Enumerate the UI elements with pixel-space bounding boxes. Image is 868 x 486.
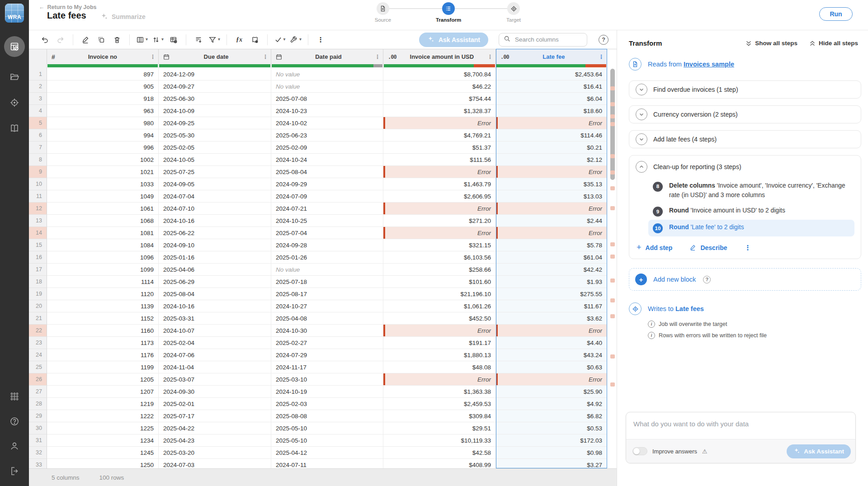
show-all-steps-button[interactable]: Show all steps: [745, 40, 797, 47]
date-paid-cell[interactable]: 2024-09-29: [271, 178, 383, 190]
delete-button[interactable]: [111, 34, 123, 46]
invoice-amount-cell[interactable]: $48.08: [383, 361, 496, 373]
invoice-no-cell[interactable]: 905: [47, 80, 159, 93]
due-date-cell[interactable]: 2025-04-23: [159, 434, 271, 447]
late-fee-cell[interactable]: Error: [496, 203, 607, 215]
due-date-cell[interactable]: 2024-09-30: [159, 386, 271, 398]
date-paid-cell[interactable]: 2024-10-25: [271, 215, 383, 227]
invoice-no-cell[interactable]: 1021: [47, 166, 159, 178]
late-fee-cell[interactable]: $13.03: [496, 190, 607, 203]
invoice-no-cell[interactable]: 1207: [47, 386, 159, 398]
invoice-no-cell[interactable]: 1002: [47, 154, 159, 166]
date-paid-cell[interactable]: 2024-10-23: [271, 105, 383, 117]
invoice-no-cell[interactable]: 996: [47, 142, 159, 154]
date-paid-cell[interactable]: 2025-05-10: [271, 434, 383, 447]
late-fee-cell[interactable]: Error: [496, 117, 607, 129]
invoice-amount-cell[interactable]: $754.44: [383, 93, 496, 105]
due-date-cell[interactable]: 2024-09-25: [159, 117, 271, 129]
column-header-date-paid[interactable]: Date paid⋮: [271, 49, 383, 69]
invoice-no-cell[interactable]: 1068: [47, 215, 159, 227]
hide-all-steps-button[interactable]: Hide all steps: [809, 40, 858, 47]
invoice-amount-cell[interactable]: Error: [383, 325, 496, 337]
due-date-cell[interactable]: 2025-05-30: [159, 129, 271, 142]
late-fee-cell[interactable]: $18.60: [496, 105, 607, 117]
invoice-amount-cell[interactable]: $1,328.37: [383, 105, 496, 117]
improve-answers-toggle[interactable]: [632, 447, 647, 455]
column-header-invoice-no[interactable]: #Invoice no⋮: [47, 49, 159, 69]
due-date-cell[interactable]: 2024-10-07: [159, 325, 271, 337]
date-paid-cell[interactable]: 2025-05-10: [271, 422, 383, 434]
due-date-cell[interactable]: 2025-02-04: [159, 337, 271, 349]
late-fee-cell[interactable]: Error: [496, 373, 607, 386]
invoice-amount-cell[interactable]: $191.17: [383, 337, 496, 349]
late-fee-cell[interactable]: $3.27: [496, 459, 607, 468]
search-columns-box[interactable]: [499, 33, 587, 47]
invoice-no-cell[interactable]: 1084: [47, 239, 159, 251]
invoice-amount-cell[interactable]: Error: [383, 373, 496, 386]
sidebar-item-apps[interactable]: [9, 391, 20, 402]
invoice-no-cell[interactable]: 918: [47, 93, 159, 105]
late-fee-cell[interactable]: $42.42: [496, 264, 607, 276]
late-fee-cell[interactable]: $114.46: [496, 129, 607, 142]
columns-menu-button[interactable]: ▾: [136, 34, 148, 46]
due-date-cell[interactable]: 2024-07-03: [159, 459, 271, 468]
search-columns-input[interactable]: [514, 36, 579, 43]
invoice-no-cell[interactable]: 1096: [47, 251, 159, 264]
invoice-no-cell[interactable]: 1081: [47, 227, 159, 239]
late-fee-cell[interactable]: $275.55: [496, 288, 607, 300]
date-paid-cell[interactable]: 2024-11-17: [271, 361, 383, 373]
date-paid-cell[interactable]: No value: [271, 80, 383, 93]
due-date-cell[interactable]: 2025-03-31: [159, 312, 271, 325]
late-fee-cell[interactable]: Error: [496, 227, 607, 239]
date-paid-cell[interactable]: 2024-07-11: [271, 459, 383, 468]
due-date-cell[interactable]: 2024-10-16: [159, 300, 271, 312]
summarize-button[interactable]: Summarize: [100, 12, 146, 21]
late-fee-cell[interactable]: Error: [496, 166, 607, 178]
copy-button[interactable]: [95, 34, 107, 46]
due-date-cell[interactable]: 2025-03-07: [159, 373, 271, 386]
invoice-no-cell[interactable]: 897: [47, 68, 159, 80]
invoice-amount-cell[interactable]: $42.58: [383, 447, 496, 459]
invoice-no-cell[interactable]: 980: [47, 117, 159, 129]
late-fee-cell[interactable]: $61.04: [496, 251, 607, 264]
invoice-no-cell[interactable]: 1205: [47, 373, 159, 386]
writes-to-target[interactable]: Late fees: [675, 305, 704, 312]
invoice-amount-cell[interactable]: Error: [383, 117, 496, 129]
date-paid-cell[interactable]: 2024-07-09: [271, 190, 383, 203]
invoice-amount-cell[interactable]: $6,103.56: [383, 251, 496, 264]
sidebar-item-logout[interactable]: [9, 465, 20, 477]
chat-ask-assistant-button[interactable]: Ask Assistant: [787, 444, 851, 458]
invoice-no-cell[interactable]: 994: [47, 129, 159, 142]
date-paid-cell[interactable]: 2025-08-04: [271, 166, 383, 178]
column-header-late-fee[interactable]: .00Late fee⋮: [496, 49, 607, 69]
transform-block-collapsed[interactable]: Add late fees (4 steps): [629, 130, 861, 148]
back-link[interactable]: ← Return to My Jobs: [39, 4, 97, 10]
reads-from-row[interactable]: Reads from Invoices sample: [629, 58, 861, 71]
date-paid-cell[interactable]: 2024-10-02: [271, 117, 383, 129]
due-date-cell[interactable]: 2025-06-22: [159, 227, 271, 239]
describe-button[interactable]: Describe: [689, 244, 727, 251]
date-paid-cell[interactable]: 2024-07-21: [271, 203, 383, 215]
sidebar-item-folder[interactable]: [9, 71, 20, 83]
undo-button[interactable]: [39, 34, 51, 46]
invoice-amount-cell[interactable]: $271.20: [383, 215, 496, 227]
date-paid-cell[interactable]: 2025-07-08: [271, 93, 383, 105]
block-more-options-button[interactable]: ⋮: [745, 244, 751, 252]
late-fee-cell[interactable]: $4.92: [496, 398, 607, 410]
more-options-button[interactable]: ⋮: [315, 34, 326, 46]
invoice-amount-cell[interactable]: $29.51: [383, 422, 496, 434]
invoice-no-cell[interactable]: 1199: [47, 361, 159, 373]
column-header-due-date[interactable]: Due date⋮: [159, 49, 271, 69]
invoice-amount-cell[interactable]: Error: [383, 166, 496, 178]
chevron-up-circle-icon[interactable]: [636, 161, 647, 173]
invoice-amount-cell[interactable]: $51.37: [383, 142, 496, 154]
late-fee-cell[interactable]: $16.41: [496, 80, 607, 93]
stepper-transform[interactable]: Transform: [415, 2, 482, 23]
sort-menu-button[interactable]: ▾: [152, 34, 164, 46]
due-date-cell[interactable]: 2025-04-22: [159, 422, 271, 434]
invoice-no-cell[interactable]: 1033: [47, 178, 159, 190]
date-paid-cell[interactable]: 2025-07-18: [271, 276, 383, 288]
invoice-no-cell[interactable]: 963: [47, 105, 159, 117]
due-date-cell[interactable]: 2025-02-01: [159, 398, 271, 410]
stepper-source[interactable]: Source: [349, 2, 416, 23]
